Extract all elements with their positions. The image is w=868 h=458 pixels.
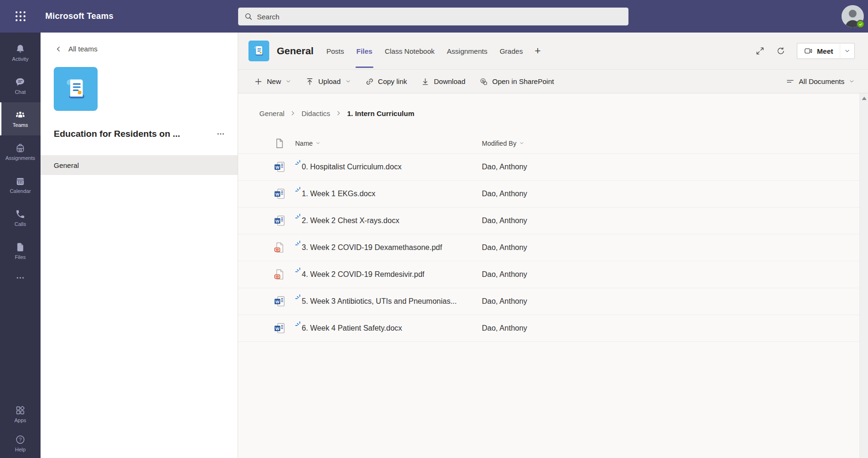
download-label: Download (434, 77, 465, 85)
rail-item-calendar[interactable]: Calendar (0, 168, 41, 201)
tab-grades[interactable]: Grades (494, 33, 529, 69)
file-name: 5. Week 3 Antibiotics, UTIs and Pneumoni… (302, 297, 457, 306)
file-row-3-week-2-covid-19-dexamethasone-pdf[interactable]: 3. Week 2 COVID-19 Dexamethasone.pdf Dao… (238, 234, 868, 261)
app-launcher-button[interactable] (0, 0, 41, 33)
file-name: 0. Hospitalist Curriculum.docx (302, 163, 402, 171)
file-modified-by: Dao, Anthony (482, 297, 858, 306)
scroll-up-arrow[interactable] (862, 97, 867, 100)
file-name: 2. Week 2 Chest X-rays.docx (302, 217, 399, 225)
recently-added-icon (295, 214, 301, 219)
channel-header: General Posts Files Class Notebook Assig… (238, 33, 868, 69)
file-row-2-week-2-chest-x-rays-docx[interactable]: 2. Week 2 Chest X-rays.docx Dao, Anthony (238, 208, 868, 234)
search-box[interactable] (238, 8, 628, 25)
tab-files[interactable]: Files (350, 33, 379, 69)
upload-icon (306, 77, 314, 86)
back-all-teams-button[interactable]: All teams (55, 45, 98, 53)
check-icon (858, 22, 863, 27)
rail-item-chat[interactable]: Chat (0, 69, 41, 102)
add-tab-button[interactable]: + (529, 45, 546, 57)
rail-item-activity[interactable]: Activity (0, 36, 41, 69)
file-name: 1. Week 1 EKGs.docx (302, 190, 375, 198)
team-panel: All teams Education for Residents on ...… (41, 33, 238, 458)
rail-item-icon (15, 176, 25, 186)
search-icon (244, 12, 253, 21)
download-button[interactable]: Download (414, 70, 472, 93)
rail-item-more[interactable] (0, 267, 41, 290)
file-type-icon (274, 323, 295, 334)
tab-assignments[interactable]: Assignments (441, 33, 494, 69)
breadcrumb-item-didactics[interactable]: Didactics (301, 109, 330, 117)
tab-label: Class Notebook (385, 47, 435, 55)
rail-item-help[interactable]: Help (0, 429, 41, 458)
search-input[interactable] (257, 13, 622, 21)
refresh-button[interactable] (772, 42, 789, 59)
rail-item-apps[interactable]: Apps (0, 400, 41, 429)
document-icon (274, 138, 285, 149)
chevron-down-icon (285, 78, 291, 84)
file-row-0-hospitalist-curriculum-docx[interactable]: 0. Hospitalist Curriculum.docx Dao, Anth… (238, 154, 868, 181)
rail-item-icon (15, 44, 25, 54)
chevron-down-icon (519, 141, 524, 146)
scrollbar[interactable] (860, 93, 868, 458)
file-type-column-header[interactable] (274, 138, 295, 149)
file-row-6-week-4-patient-safety-docx[interactable]: 6. Week 4 Patient Safety.docx Dao, Antho… (238, 315, 868, 342)
file-type-icon (274, 269, 295, 280)
breadcrumb-item-general[interactable]: General (259, 109, 284, 117)
breadcrumb-item-1-intern-curriculum[interactable]: 1. Intern Curriculum (347, 109, 414, 117)
rail-item-calls[interactable]: Calls (0, 201, 41, 234)
view-list-icon (786, 77, 794, 86)
rail-item-icon (15, 273, 25, 283)
view-selector-button[interactable]: All Documents (779, 70, 855, 93)
refresh-icon (776, 46, 785, 56)
name-column-header[interactable]: Name (295, 140, 321, 147)
chevron-left-icon (55, 45, 62, 53)
modified-by-column-label: Modified By (482, 140, 516, 147)
rail-item-teams[interactable]: Teams (0, 102, 41, 135)
channel-tabs: Posts Files Class Notebook Assignments G… (320, 33, 529, 69)
scroll-icon (252, 44, 265, 58)
camera-icon (804, 46, 813, 56)
file-type-icon (274, 242, 295, 253)
command-bar: New Upload Copy link Download Open in Sh… (238, 69, 868, 93)
top-bar: Microsoft Teams (0, 0, 868, 33)
file-row-5-week-3-antibiotics-utis-and-pneumonias[interactable]: 5. Week 3 Antibiotics, UTIs and Pneumoni… (238, 288, 868, 315)
user-avatar[interactable] (842, 5, 864, 27)
team-more-options-button[interactable] (216, 129, 225, 139)
meet-button[interactable]: Meet (797, 43, 840, 59)
meet-dropdown-button[interactable] (840, 43, 855, 59)
recently-added-icon (295, 267, 301, 273)
chevron-down-icon (345, 78, 351, 84)
chevron-right-icon (289, 110, 296, 117)
copy-link-button[interactable]: Copy link (358, 70, 414, 93)
rail-item-label: Help (15, 447, 26, 452)
rail-item-label: Teams (13, 123, 28, 128)
file-row-4-week-2-covid-19-remdesivir-pdf[interactable]: 4. Week 2 COVID-19 Remdesivir.pdf Dao, A… (238, 261, 868, 288)
rail-item-label: Files (15, 255, 25, 260)
download-icon (421, 77, 430, 86)
chevron-down-icon (315, 141, 321, 146)
plus-icon (254, 77, 263, 86)
expand-button[interactable] (752, 42, 769, 59)
new-button[interactable]: New (254, 70, 298, 93)
tab-class-notebook[interactable]: Class Notebook (379, 33, 441, 69)
name-column-label: Name (295, 140, 313, 147)
tab-posts[interactable]: Posts (320, 33, 350, 69)
team-avatar[interactable] (54, 67, 98, 111)
meet-split-button: Meet (797, 43, 855, 59)
rail-item-files[interactable]: Files (0, 234, 41, 267)
rail-item-assignments[interactable]: Assignments (0, 135, 41, 168)
tab-label: Files (356, 47, 372, 55)
rail-item-label: Assignments (6, 156, 35, 161)
upload-button[interactable]: Upload (298, 70, 358, 93)
rail-item-label: Calendar (10, 189, 31, 194)
tab-label: Posts (326, 47, 344, 55)
open-in-sharepoint-button[interactable]: Open in SharePoint (472, 70, 561, 93)
modified-by-column-header[interactable]: Modified By (482, 140, 524, 147)
channel-general[interactable]: General (41, 155, 238, 175)
file-row-1-week-1-ekgs-docx[interactable]: 1. Week 1 EKGs.docx Dao, Anthony (238, 181, 868, 208)
presence-available-badge (856, 20, 865, 28)
expand-icon (755, 46, 765, 56)
rail-item-icon (15, 209, 25, 219)
file-type-icon (274, 296, 295, 307)
sharepoint-icon (479, 77, 488, 86)
